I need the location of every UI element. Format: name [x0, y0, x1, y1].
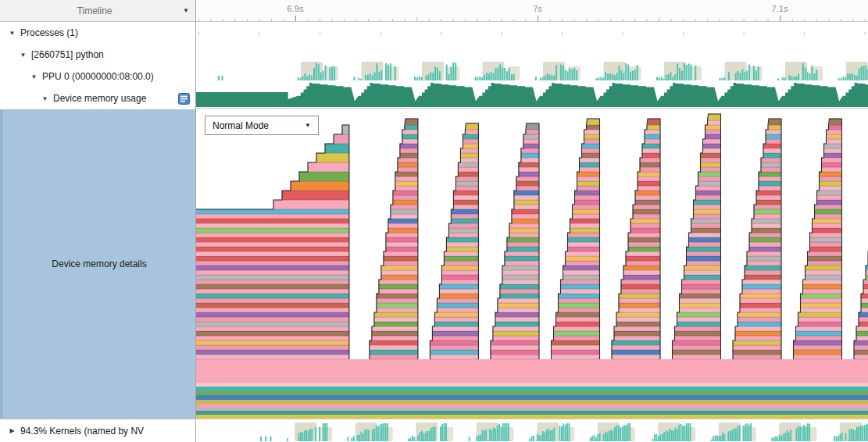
kernels-row-label: 94.3% Kernels (named by NV — [20, 426, 144, 437]
track-divider-bottom — [195, 419, 868, 419]
tree-row-python-process[interactable]: ▼ [2660751] python — [0, 44, 195, 66]
expander-down-icon[interactable]: ▼ — [8, 30, 16, 37]
timeline-overview-ticks[interactable] — [195, 22, 868, 36]
tree-row-processes[interactable]: ▼ Processes (1) — [0, 22, 195, 44]
details-panel-label: Device memory details — [52, 258, 146, 269]
expander-right-icon[interactable]: ▶ — [8, 427, 16, 434]
device-memory-details-row-header[interactable]: Device memory details — [0, 109, 195, 419]
tree-label-device-memory-usage: Device memory usage — [53, 93, 146, 104]
tree-row-kernels[interactable]: ▶ 94.3% Kernels (named by NV — [0, 419, 195, 442]
timeline-view-label: Timeline — [6, 5, 183, 16]
chevron-down-icon: ▼ — [305, 123, 311, 129]
device-memory-details-chart[interactable] — [195, 109, 868, 419]
chevron-down-icon: ▼ — [183, 8, 189, 14]
tree-label-python-process: [2660751] python — [31, 49, 104, 60]
timeline-pane: 6.9s 7s 7.1s Normal Mode ▼ — [195, 0, 868, 442]
timeline-view-selector[interactable]: Timeline ▼ — [0, 0, 195, 22]
tree-label-processes: Processes (1) — [20, 27, 78, 38]
timeline-ruler[interactable]: 6.9s 7s 7.1s — [195, 0, 868, 22]
kernel-activity-histogram-bottom[interactable] — [195, 420, 868, 441]
kernel-activity-histogram-top[interactable] — [195, 59, 868, 81]
memory-mode-dropdown[interactable]: Normal Mode ▼ — [205, 116, 319, 135]
tree-label-gpu-device: PPU 0 (00000000:08:00.0) — [42, 71, 154, 82]
tree-row-device-memory-usage[interactable]: ▼ Device memory usage — [0, 87, 195, 109]
memory-details-icon[interactable] — [178, 93, 190, 105]
timeline-sidebar: Timeline ▼ ▼ Processes (1) ▼ [2660751] p… — [0, 0, 196, 442]
device-memory-usage-chart[interactable] — [195, 81, 868, 108]
expander-down-icon[interactable]: ▼ — [30, 73, 38, 80]
track-divider-top — [195, 108, 868, 109]
profiler-window: 6.9s 7s 7.1s Normal Mode ▼ Timeline ▼ ▼ … — [0, 0, 868, 442]
tree-row-gpu-device[interactable]: ▼ PPU 0 (00000000:08:00.0) — [0, 66, 195, 87]
memory-mode-value: Normal Mode — [213, 120, 300, 131]
expander-down-icon[interactable]: ▼ — [41, 95, 49, 102]
expander-down-icon[interactable]: ▼ — [19, 52, 27, 59]
ruler-tick-marks — [195, 0, 868, 22]
